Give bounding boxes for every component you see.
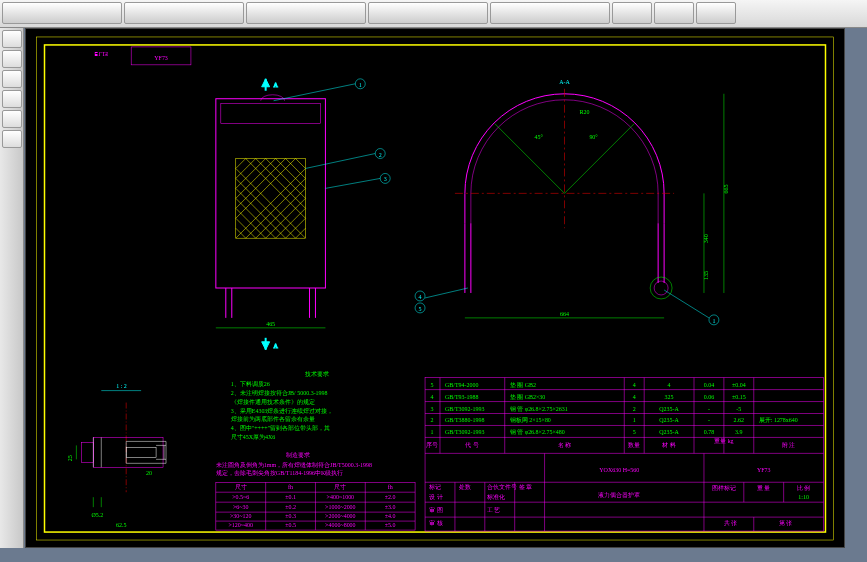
svg-text:135: 135 xyxy=(703,271,709,280)
section-mark-top: A xyxy=(262,79,279,91)
svg-text:GB/T3092-1993: GB/T3092-1993 xyxy=(445,406,484,412)
svg-text:3.9: 3.9 xyxy=(735,429,742,435)
toolbar-dropdown[interactable] xyxy=(368,2,488,24)
svg-text:标记: 标记 xyxy=(428,484,441,490)
svg-text:5: 5 xyxy=(633,429,636,435)
svg-text:R20: R20 xyxy=(579,109,589,115)
svg-text:尺寸45X厚为4X6: 尺寸45X厚为4X6 xyxy=(231,434,276,440)
svg-text:工 艺: 工 艺 xyxy=(487,507,501,513)
svg-text:1: 1 xyxy=(359,82,362,88)
svg-text:>4000~8000: >4000~8000 xyxy=(325,522,355,528)
tool-button[interactable] xyxy=(2,70,22,88)
tool-button[interactable] xyxy=(2,130,22,148)
svg-text:1: 1 xyxy=(431,429,434,435)
svg-text:±4.0: ±4.0 xyxy=(385,513,396,519)
svg-text:±0.2: ±0.2 xyxy=(285,504,296,510)
svg-text:±0.1: ±0.1 xyxy=(285,494,296,500)
svg-text:0.04: 0.04 xyxy=(704,382,714,388)
svg-text:签 章: 签 章 xyxy=(519,483,533,490)
svg-text:1:10: 1:10 xyxy=(798,494,809,500)
svg-text:0.06: 0.06 xyxy=(704,394,714,400)
tool-button[interactable] xyxy=(2,90,22,108)
svg-rect-2 xyxy=(236,159,306,239)
svg-text:5: 5 xyxy=(431,382,434,388)
svg-text:1: 1 xyxy=(633,417,636,423)
svg-marker-9 xyxy=(262,79,270,87)
detail-view: 1 : 2 25 20 Ø5.2 62.5 xyxy=(67,383,166,528)
dim-width: 465 xyxy=(266,321,275,327)
svg-rect-0 xyxy=(216,99,326,288)
svg-text:325: 325 xyxy=(665,394,674,400)
svg-text:20: 20 xyxy=(146,470,152,476)
svg-text:>6~30: >6~30 xyxy=(233,504,249,510)
cad-drawing: YF73 ELJƎ 465 A A 1 2 xyxy=(26,29,844,547)
section-label: A-A xyxy=(559,79,570,85)
svg-text:>0.5~6: >0.5~6 xyxy=(232,494,249,500)
svg-text:代 号: 代 号 xyxy=(464,442,479,448)
svg-text:4、图中"++++"留到各部位带头部，其: 4、图中"++++"留到各部位带头部，其 xyxy=(231,424,330,431)
drawing-canvas[interactable]: YF73 ELJƎ 465 A A 1 2 xyxy=(25,28,845,548)
toolbar-button[interactable] xyxy=(612,2,652,24)
left-toolbar xyxy=(0,28,24,548)
svg-text:-5: -5 xyxy=(736,406,741,412)
part-name: 液力偶合器护罩 xyxy=(598,491,640,498)
svg-text:制造要求: 制造要求 xyxy=(286,452,310,458)
toolbar-dropdown[interactable] xyxy=(490,2,610,24)
toolbar-dropdown[interactable] xyxy=(124,2,244,24)
scale-label: 1 : 2 xyxy=(116,383,127,389)
svg-rect-53 xyxy=(81,442,93,462)
svg-text:数量: 数量 xyxy=(628,442,640,448)
svg-text:±0.3: ±0.3 xyxy=(285,513,296,519)
svg-text:GB/T3092-1993: GB/T3092-1993 xyxy=(445,429,484,435)
svg-text:2: 2 xyxy=(379,152,382,158)
product-code: YOX630 H=560 xyxy=(599,467,639,473)
svg-text:Ø5.2: Ø5.2 xyxy=(91,512,103,518)
tool-button[interactable] xyxy=(2,30,22,48)
toolbar-dropdown[interactable] xyxy=(2,2,122,24)
tool-button[interactable] xyxy=(2,50,22,68)
toolbar-dropdown[interactable] xyxy=(246,2,366,24)
svg-line-36 xyxy=(425,288,468,298)
svg-point-34 xyxy=(654,281,668,295)
svg-text:垫 圈 GB2×30: 垫 圈 GB2×30 xyxy=(510,394,546,400)
svg-text:4: 4 xyxy=(633,382,636,388)
svg-text:45°: 45° xyxy=(535,134,544,140)
svg-text:尺寸: 尺寸 xyxy=(334,484,346,490)
svg-text:Q235-A: Q235-A xyxy=(659,406,679,412)
svg-text:GB/T3880-1998: GB/T3880-1998 xyxy=(445,417,484,423)
svg-text:比 例: 比 例 xyxy=(797,485,811,491)
svg-line-26 xyxy=(565,124,635,194)
svg-text:未注圆角及倒角为1mm，所有焊缝体制符合JB/T5000.3: 未注圆角及倒角为1mm，所有焊缝体制符合JB/T5000.3-1998 xyxy=(216,461,372,468)
svg-text:审 图: 审 图 xyxy=(429,506,443,513)
svg-text:3: 3 xyxy=(384,176,387,182)
svg-text:GB/T93-1988: GB/T93-1988 xyxy=(445,394,479,400)
svg-text:>1000~2000: >1000~2000 xyxy=(325,504,355,510)
tab-mirror: ELJƎ xyxy=(94,51,108,57)
svg-text:664: 664 xyxy=(560,311,569,317)
svg-text:焊接前为两底部件各留余有余量: 焊接前为两底部件各留余有余量 xyxy=(231,415,315,422)
svg-text:2、未注明焊接按符合JB/ 5000.3-1998: 2、未注明焊接按符合JB/ 5000.3-1998 xyxy=(231,389,328,396)
section-view: A-A 45° 90° R20 4 5 1 665 340 135 664 xyxy=(415,79,729,325)
tool-button[interactable] xyxy=(2,110,22,128)
svg-text:垫 圈 GB2: 垫 圈 GB2 xyxy=(510,382,536,388)
svg-text:±0.15: ±0.15 xyxy=(732,394,746,400)
svg-text:340: 340 xyxy=(703,234,709,243)
svg-text:0.78: 0.78 xyxy=(704,429,714,435)
svg-text:重量 kg: 重量 kg xyxy=(714,438,733,444)
mesh-grid xyxy=(236,159,306,239)
svg-text:1、下料调质26: 1、下料调质26 xyxy=(231,381,270,387)
svg-text:钢 管 φ26.8×2.75×480: 钢 管 φ26.8×2.75×480 xyxy=(509,429,565,435)
svg-text:±2.0: ±2.0 xyxy=(385,494,396,500)
toolbar-button[interactable] xyxy=(654,2,694,24)
svg-text:展开: 1278x640: 展开: 1278x640 xyxy=(759,417,798,423)
svg-rect-1 xyxy=(221,104,321,124)
svg-text:Q235-A: Q235-A xyxy=(659,417,679,423)
svg-text:合伙文件号: 合伙文件号 xyxy=(487,483,517,490)
title-block: 5GB/T94-2000垫 圈 GB2440.04±0.04 4GB/T93-1… xyxy=(425,378,823,531)
svg-text:±3.0: ±3.0 xyxy=(385,504,396,510)
svg-text:3: 3 xyxy=(431,406,434,412)
svg-text:4: 4 xyxy=(419,294,422,300)
svg-text:尺寸: 尺寸 xyxy=(235,484,247,490)
toolbar-button[interactable] xyxy=(696,2,736,24)
svg-text:±0.04: ±0.04 xyxy=(732,382,746,388)
